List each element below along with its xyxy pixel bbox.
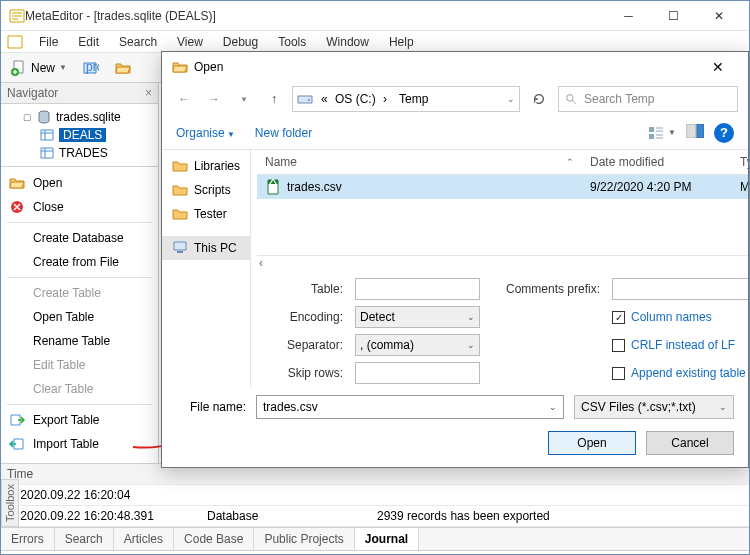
back-button[interactable]: ← (172, 87, 196, 111)
filetype-select[interactable]: CSV Files (*.csv;*.txt)⌄ (574, 395, 734, 419)
menu-debug[interactable]: Debug (213, 33, 268, 51)
svg-text:proj: proj (86, 60, 99, 74)
h-scrollbar[interactable]: ‹› (257, 255, 748, 270)
svg-rect-19 (174, 242, 186, 250)
skiprows-input[interactable] (355, 362, 480, 384)
menu-tools[interactable]: Tools (268, 33, 316, 51)
encoding-label: Encoding: (267, 310, 349, 324)
side-scripts[interactable]: Scripts (162, 178, 250, 202)
up-button[interactable]: ↑ (262, 87, 286, 111)
ctx-open-table[interactable]: Open Table (1, 305, 158, 329)
menu-view[interactable]: View (167, 33, 213, 51)
tab-public-projects[interactable]: Public Projects (254, 528, 354, 550)
menu-edit[interactable]: Edit (68, 33, 109, 51)
column-names-checkbox[interactable]: ✓Column names (612, 310, 748, 324)
menu-window[interactable]: Window (316, 33, 379, 51)
append-checkbox[interactable]: Append existing table (612, 366, 748, 380)
table-node-trades[interactable]: TRADES (39, 144, 158, 162)
side-libraries[interactable]: Libraries (162, 154, 250, 178)
chevron-down-icon[interactable]: ⌄ (507, 94, 515, 104)
tab-code-base[interactable]: Code Base (174, 528, 254, 550)
crumb-root[interactable]: « OS (C:) › (317, 92, 391, 106)
toolbox-side-label[interactable]: Toolbox (1, 479, 19, 527)
log-cell: ◌ 2020.09.22 16:20:04 (1, 485, 201, 506)
help-button[interactable]: ? (714, 123, 734, 143)
chevron-down-icon: ▼ (59, 63, 67, 72)
organise-button[interactable]: Organise (176, 126, 235, 140)
open-dialog: Open ✕ ← → ▼ ↑ « OS (C:) › Temp ⌄ Search… (161, 51, 749, 468)
main-titlebar: MetaEditor - [trades.sqlite (DEALS)] ─ ☐… (1, 1, 749, 31)
menu-help[interactable]: Help (379, 33, 424, 51)
preview-icon (686, 124, 704, 138)
address-bar[interactable]: « OS (C:) › Temp ⌄ (292, 86, 520, 112)
separator (7, 277, 152, 278)
file-date: 9/22/2020 4:20 PM (582, 175, 732, 199)
open-folder-button[interactable] (109, 58, 137, 78)
crumb-temp[interactable]: Temp (395, 92, 432, 106)
file-type: Micro (732, 175, 748, 199)
dialog-close-button[interactable]: ✕ (698, 59, 738, 75)
db-node[interactable]: ▢ trades.sqlite (23, 108, 158, 126)
navigator-close-icon[interactable]: × (145, 86, 152, 100)
drive-icon (297, 91, 313, 107)
close-button[interactable]: ✕ (696, 2, 741, 30)
log-cell: ◌ 2020.09.22 16:20:48.391 (1, 506, 201, 527)
open-button[interactable]: Open (548, 431, 636, 455)
menu-search[interactable]: Search (109, 33, 167, 51)
new-button[interactable]: New ▼ (5, 58, 73, 78)
folder-icon (172, 206, 188, 222)
tab-errors[interactable]: Errors (1, 528, 55, 550)
ctx-import-table[interactable]: Import Table (1, 432, 158, 456)
separator-select[interactable]: , (comma)⌄ (355, 334, 480, 356)
ctx-rename-table[interactable]: Rename Table (1, 329, 158, 353)
col-date[interactable]: Date modified (582, 150, 732, 174)
new-folder-button[interactable]: New folder (255, 126, 312, 140)
table-input[interactable] (355, 278, 480, 300)
refresh-button[interactable] (526, 86, 552, 112)
db-label: trades.sqlite (56, 110, 121, 124)
database-icon (36, 109, 52, 125)
search-input[interactable]: Search Temp (558, 86, 738, 112)
view-button[interactable]: ▼ (648, 126, 676, 140)
folder-open-icon (115, 60, 131, 76)
view-icon (648, 126, 664, 140)
file-name: trades.csv (287, 180, 342, 194)
crlf-checkbox[interactable]: CRLF instead of LF (612, 338, 748, 352)
app-icon (9, 8, 25, 24)
ctx-open[interactable]: Open (1, 171, 158, 195)
tab-journal[interactable]: Journal (355, 528, 419, 550)
dialog-sidebar: Libraries Scripts Tester This PC (162, 150, 251, 387)
toolbox-tabs: Errors Search Articles Code Base Public … (1, 527, 749, 550)
log-cell (201, 485, 371, 506)
col-type[interactable]: Type (732, 150, 748, 174)
open-project-button[interactable]: proj (77, 58, 105, 78)
svg-rect-12 (298, 96, 312, 103)
expand-icon[interactable]: ▢ (23, 112, 32, 122)
table-node-deals[interactable]: DEALS (39, 126, 158, 144)
minimize-button[interactable]: ─ (606, 2, 651, 30)
search-icon (565, 93, 578, 106)
ctx-export-table[interactable]: Export Table (1, 408, 158, 432)
filename-row: File name: trades.csv⌄ CSV Files (*.csv;… (162, 387, 748, 427)
filename-input[interactable]: trades.csv⌄ (256, 395, 564, 419)
ctx-close[interactable]: Close (1, 195, 158, 219)
recent-dropdown[interactable]: ▼ (232, 87, 256, 111)
svg-rect-7 (41, 130, 53, 140)
file-row[interactable]: Xtrades.csv 9/22/2020 4:20 PM Micro (257, 175, 748, 199)
preview-pane-button[interactable] (686, 124, 704, 141)
tab-search[interactable]: Search (55, 528, 114, 550)
comments-input[interactable] (612, 278, 748, 300)
ctx-create-database[interactable]: Create Database (1, 226, 158, 250)
maximize-button[interactable]: ☐ (651, 2, 696, 30)
side-tester[interactable]: Tester (162, 202, 250, 226)
forward-button[interactable]: → (202, 87, 226, 111)
side-this-pc[interactable]: This PC (162, 236, 250, 260)
svg-rect-15 (649, 127, 654, 132)
menu-file[interactable]: File (29, 33, 68, 51)
cancel-button[interactable]: Cancel (646, 431, 734, 455)
tab-articles[interactable]: Articles (114, 528, 174, 550)
col-name[interactable]: Name⌃ (257, 150, 582, 174)
new-file-icon (11, 60, 27, 76)
ctx-create-from-file[interactable]: Create from File (1, 250, 158, 274)
encoding-select[interactable]: Detect⌄ (355, 306, 480, 328)
